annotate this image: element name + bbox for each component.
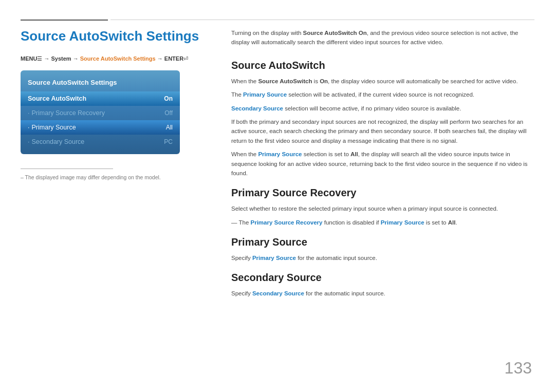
- section-title-0: Source AutoSwitch: [231, 60, 534, 71]
- menu-item-value-1: Off: [164, 109, 173, 117]
- menu-item-value-2: All: [166, 124, 173, 131]
- section-primary-source: Primary Source Specify Primary Source fo…: [231, 236, 534, 263]
- menu-item-primary-source[interactable]: · Primary Source All: [21, 120, 180, 135]
- breadcrumb-enter: ENTER: [164, 55, 183, 62]
- breadcrumb-menu: MENU: [21, 55, 37, 62]
- breadcrumb: MENU☰ → System → Source AutoSwitch Setti…: [21, 55, 206, 62]
- menu-item-value-3: PC: [164, 138, 173, 145]
- right-column: Turning on the display with Source AutoS…: [231, 28, 534, 308]
- section-title-1: Primary Source Recovery: [231, 187, 534, 199]
- section-body-0-4: When the Primary Source selection is set…: [231, 150, 534, 178]
- section-title-3: Secondary Source: [231, 272, 534, 284]
- section-body-1-1: — The Primary Source Recovery function i…: [231, 218, 534, 227]
- menu-item-label-2: Primary Source: [31, 124, 165, 131]
- section-primary-source-recovery: Primary Source Recovery Select whether t…: [231, 187, 534, 227]
- breadcrumb-arrow1: →: [44, 55, 51, 62]
- note: – The displayed image may differ dependi…: [21, 174, 206, 180]
- divider: [21, 169, 113, 169]
- menu-item-bullet-2: ·: [28, 124, 29, 131]
- top-border-right: [110, 20, 534, 20]
- left-column: Source AutoSwitch Settings MENU☰ → Syste…: [21, 28, 206, 180]
- menu-item-value-0: On: [164, 95, 173, 102]
- section-body-0-2: Secondary Source selection will become a…: [231, 104, 534, 113]
- section-body-0-3: If both the primary and secondary input …: [231, 117, 534, 145]
- section-body-3-0: Specify Secondary Source for the automat…: [231, 289, 534, 298]
- menu-item-label-0: Source AutoSwitch: [28, 95, 86, 102]
- menu-item-primary-recovery[interactable]: · Primary Source Recovery Off: [21, 106, 180, 120]
- section-source-autoswitch: Source AutoSwitch When the Source AutoSw…: [231, 60, 534, 178]
- menu-item-source-autoswitch[interactable]: Source AutoSwitch On: [21, 91, 180, 106]
- breadcrumb-menu-sym: ☰: [37, 55, 42, 62]
- breadcrumb-arrow3: →: [157, 55, 164, 62]
- menu-item-bullet-3: ·: [28, 138, 29, 145]
- page-title: Source AutoSwitch Settings: [21, 28, 206, 44]
- section-title-2: Primary Source: [231, 236, 534, 248]
- section-body-1-0: Select whether to restore the selected p…: [231, 204, 534, 213]
- intro-text: Turning on the display with Source AutoS…: [231, 28, 534, 47]
- menu-item-label-3: Secondary Source: [31, 138, 164, 145]
- top-border-left: [21, 20, 108, 21]
- menu-item-secondary-source[interactable]: · Secondary Source PC: [21, 135, 180, 149]
- menu-box: Source AutoSwitch Settings Source AutoSw…: [21, 70, 180, 154]
- section-body-2-0: Specify Primary Source for the automatic…: [231, 253, 534, 263]
- breadcrumb-system: System: [51, 55, 71, 62]
- menu-item-label-1: Primary Source Recovery: [31, 109, 164, 117]
- section-body-0-0: When the Source AutoSwitch is On, the di…: [231, 77, 534, 86]
- breadcrumb-arrow2: →: [73, 55, 80, 62]
- page-number: 133: [505, 359, 532, 378]
- menu-item-bullet-1: ·: [28, 109, 29, 117]
- menu-box-title: Source AutoSwitch Settings: [21, 76, 180, 91]
- section-body-0-1: The Primary Source selection will be act…: [231, 90, 534, 99]
- breadcrumb-current: Source AutoSwitch Settings: [80, 55, 156, 62]
- section-secondary-source: Secondary Source Specify Secondary Sourc…: [231, 272, 534, 298]
